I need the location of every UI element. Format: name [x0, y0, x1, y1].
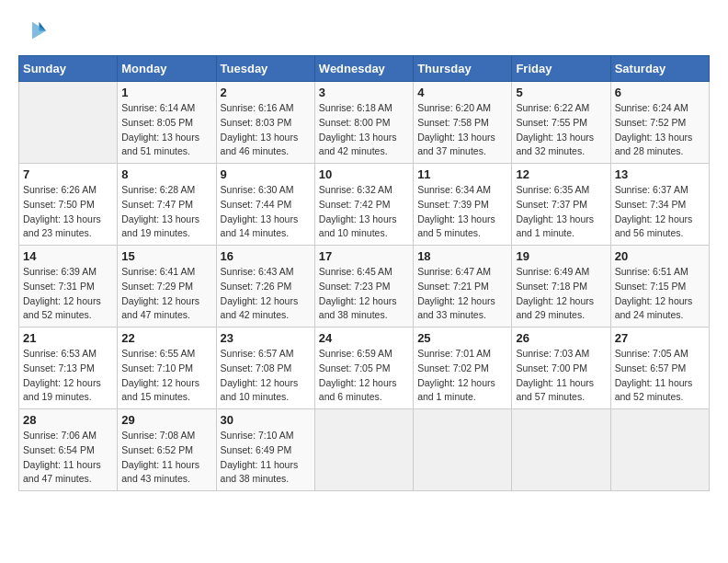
week-row-2: 7Sunrise: 6:26 AMSunset: 7:50 PMDaylight… [19, 164, 710, 246]
calendar-cell: 20Sunrise: 6:51 AMSunset: 7:15 PMDayligh… [610, 246, 709, 327]
day-info: Sunrise: 7:03 AMSunset: 7:00 PMDaylight:… [516, 347, 606, 405]
calendar-cell: 6Sunrise: 6:24 AMSunset: 7:52 PMDaylight… [610, 82, 709, 164]
calendar-cell: 11Sunrise: 6:34 AMSunset: 7:39 PMDayligh… [414, 164, 512, 246]
week-row-5: 28Sunrise: 7:06 AMSunset: 6:54 PMDayligh… [19, 409, 710, 491]
calendar-cell: 29Sunrise: 7:08 AMSunset: 6:52 PMDayligh… [118, 409, 216, 491]
day-info: Sunrise: 7:01 AMSunset: 7:02 PMDaylight:… [417, 347, 507, 405]
week-row-4: 21Sunrise: 6:53 AMSunset: 7:13 PMDayligh… [19, 327, 710, 409]
day-number: 10 [319, 167, 409, 181]
weekday-header-tuesday: Tuesday [216, 56, 314, 82]
day-info: Sunrise: 6:30 AMSunset: 7:44 PMDaylight:… [221, 183, 311, 241]
day-info: Sunrise: 6:39 AMSunset: 7:31 PMDaylight:… [23, 265, 113, 323]
day-info: Sunrise: 6:47 AMSunset: 7:21 PMDaylight:… [417, 265, 507, 323]
calendar-cell: 10Sunrise: 6:32 AMSunset: 7:42 PMDayligh… [314, 164, 413, 246]
day-info: Sunrise: 6:51 AMSunset: 7:15 PMDaylight:… [615, 265, 705, 323]
weekday-header-friday: Friday [512, 56, 610, 82]
calendar-cell: 17Sunrise: 6:45 AMSunset: 7:23 PMDayligh… [314, 246, 413, 327]
day-info: Sunrise: 6:53 AMSunset: 7:13 PMDaylight:… [23, 347, 113, 405]
calendar-cell [610, 409, 709, 491]
calendar-cell: 5Sunrise: 6:22 AMSunset: 7:55 PMDaylight… [512, 82, 610, 164]
day-number: 28 [23, 413, 113, 427]
calendar-cell: 23Sunrise: 6:57 AMSunset: 7:08 PMDayligh… [216, 327, 314, 409]
day-info: Sunrise: 6:20 AMSunset: 7:58 PMDaylight:… [417, 101, 507, 159]
page-header [18, 18, 710, 46]
day-number: 17 [319, 249, 409, 263]
calendar-cell: 1Sunrise: 6:14 AMSunset: 8:05 PMDaylight… [118, 82, 216, 164]
day-number: 11 [417, 167, 507, 181]
day-info: Sunrise: 6:43 AMSunset: 7:26 PMDaylight:… [221, 265, 311, 323]
calendar-cell: 15Sunrise: 6:41 AMSunset: 7:29 PMDayligh… [118, 246, 216, 327]
day-number: 7 [23, 167, 113, 181]
day-info: Sunrise: 6:16 AMSunset: 8:03 PMDaylight:… [221, 101, 311, 159]
day-info: Sunrise: 6:59 AMSunset: 7:05 PMDaylight:… [319, 347, 409, 405]
day-number: 16 [221, 249, 311, 263]
day-info: Sunrise: 6:37 AMSunset: 7:34 PMDaylight:… [615, 183, 705, 241]
day-info: Sunrise: 6:57 AMSunset: 7:08 PMDaylight:… [221, 347, 311, 405]
weekday-header-monday: Monday [118, 56, 216, 82]
logo [18, 18, 48, 46]
weekday-header-saturday: Saturday [610, 56, 709, 82]
day-info: Sunrise: 6:22 AMSunset: 7:55 PMDaylight:… [516, 101, 606, 159]
day-info: Sunrise: 6:18 AMSunset: 8:00 PMDaylight:… [319, 101, 409, 159]
day-info: Sunrise: 6:24 AMSunset: 7:52 PMDaylight:… [615, 101, 705, 159]
day-number: 8 [121, 167, 211, 181]
calendar-cell: 19Sunrise: 6:49 AMSunset: 7:18 PMDayligh… [512, 246, 610, 327]
day-number: 22 [121, 331, 211, 345]
weekday-header-sunday: Sunday [19, 56, 118, 82]
day-number: 21 [23, 331, 113, 345]
logo-icon [18, 18, 46, 46]
day-info: Sunrise: 6:28 AMSunset: 7:47 PMDaylight:… [121, 183, 211, 241]
day-info: Sunrise: 7:05 AMSunset: 6:57 PMDaylight:… [615, 347, 705, 405]
calendar-cell: 24Sunrise: 6:59 AMSunset: 7:05 PMDayligh… [314, 327, 413, 409]
day-info: Sunrise: 6:32 AMSunset: 7:42 PMDaylight:… [319, 183, 409, 241]
calendar-cell: 18Sunrise: 6:47 AMSunset: 7:21 PMDayligh… [414, 246, 512, 327]
day-info: Sunrise: 6:26 AMSunset: 7:50 PMDaylight:… [23, 183, 113, 241]
day-number: 15 [121, 249, 211, 263]
calendar-cell: 21Sunrise: 6:53 AMSunset: 7:13 PMDayligh… [19, 327, 118, 409]
day-info: Sunrise: 6:49 AMSunset: 7:18 PMDaylight:… [516, 265, 606, 323]
day-number: 27 [615, 331, 705, 345]
calendar-cell: 9Sunrise: 6:30 AMSunset: 7:44 PMDaylight… [216, 164, 314, 246]
day-info: Sunrise: 6:55 AMSunset: 7:10 PMDaylight:… [121, 347, 211, 405]
day-info: Sunrise: 6:41 AMSunset: 7:29 PMDaylight:… [121, 265, 211, 323]
day-number: 30 [221, 413, 311, 427]
calendar-cell: 2Sunrise: 6:16 AMSunset: 8:03 PMDaylight… [216, 82, 314, 164]
day-info: Sunrise: 6:34 AMSunset: 7:39 PMDaylight:… [417, 183, 507, 241]
day-info: Sunrise: 7:08 AMSunset: 6:52 PMDaylight:… [121, 429, 211, 487]
day-number: 18 [417, 249, 507, 263]
week-row-1: 1Sunrise: 6:14 AMSunset: 8:05 PMDaylight… [19, 82, 710, 164]
day-info: Sunrise: 6:35 AMSunset: 7:37 PMDaylight:… [516, 183, 606, 241]
calendar-cell [314, 409, 413, 491]
calendar-cell: 25Sunrise: 7:01 AMSunset: 7:02 PMDayligh… [414, 327, 512, 409]
calendar-cell: 4Sunrise: 6:20 AMSunset: 7:58 PMDaylight… [414, 82, 512, 164]
weekday-header-wednesday: Wednesday [314, 56, 413, 82]
week-row-3: 14Sunrise: 6:39 AMSunset: 7:31 PMDayligh… [19, 246, 710, 327]
day-number: 14 [23, 249, 113, 263]
calendar-cell: 8Sunrise: 6:28 AMSunset: 7:47 PMDaylight… [118, 164, 216, 246]
calendar-cell: 7Sunrise: 6:26 AMSunset: 7:50 PMDaylight… [19, 164, 118, 246]
day-number: 29 [121, 413, 211, 427]
calendar-cell [512, 409, 610, 491]
day-info: Sunrise: 7:06 AMSunset: 6:54 PMDaylight:… [23, 429, 113, 487]
calendar-cell: 14Sunrise: 6:39 AMSunset: 7:31 PMDayligh… [19, 246, 118, 327]
day-number: 24 [319, 331, 409, 345]
calendar-cell [19, 82, 118, 164]
calendar-cell: 13Sunrise: 6:37 AMSunset: 7:34 PMDayligh… [610, 164, 709, 246]
day-number: 6 [615, 86, 705, 99]
day-number: 9 [221, 167, 311, 181]
day-number: 23 [221, 331, 311, 345]
day-number: 25 [417, 331, 507, 345]
day-number: 19 [516, 249, 606, 263]
day-number: 1 [121, 86, 211, 99]
day-number: 12 [516, 167, 606, 181]
day-info: Sunrise: 6:14 AMSunset: 8:05 PMDaylight:… [121, 101, 211, 159]
day-number: 2 [221, 86, 311, 99]
day-info: Sunrise: 7:10 AMSunset: 6:49 PMDaylight:… [221, 429, 311, 487]
calendar-cell: 28Sunrise: 7:06 AMSunset: 6:54 PMDayligh… [19, 409, 118, 491]
calendar-cell: 22Sunrise: 6:55 AMSunset: 7:10 PMDayligh… [118, 327, 216, 409]
day-number: 26 [516, 331, 606, 345]
calendar-cell: 30Sunrise: 7:10 AMSunset: 6:49 PMDayligh… [216, 409, 314, 491]
weekday-header-row: SundayMondayTuesdayWednesdayThursdayFrid… [19, 56, 710, 82]
weekday-header-thursday: Thursday [414, 56, 512, 82]
day-number: 13 [615, 167, 705, 181]
